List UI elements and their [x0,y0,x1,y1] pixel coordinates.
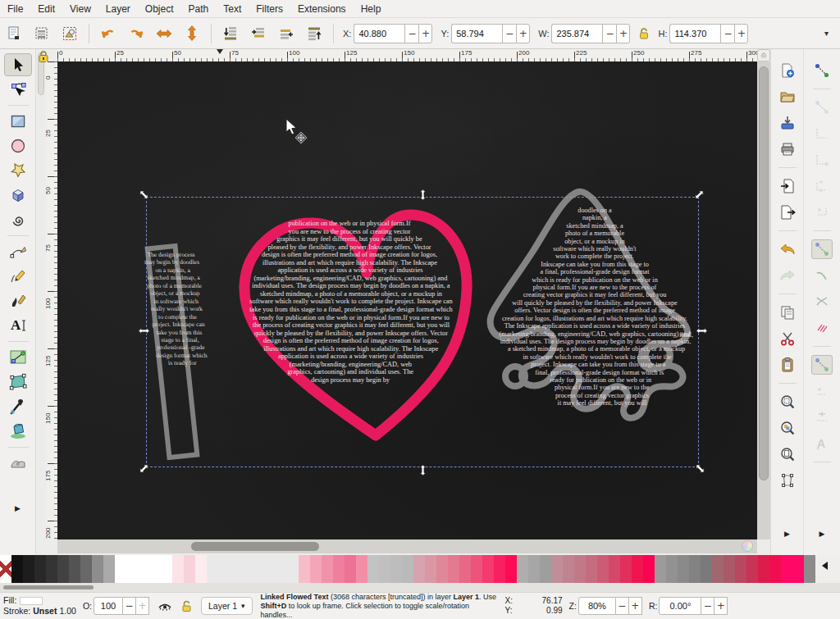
zoom-page-button[interactable] [777,444,798,464]
menu-item[interactable]: Filters [249,1,290,17]
palette-scrollbar-thumb[interactable] [3,585,94,589]
palette-swatch[interactable] [701,555,712,583]
opacity-input[interactable]: 100 [94,597,123,615]
palette-swatch[interactable] [345,555,356,583]
rotate-ccw-button[interactable] [97,22,120,45]
palette-scrollbar[interactable] [0,583,840,592]
palette-swatch[interactable] [632,555,643,583]
spiral-tool[interactable] [4,208,32,231]
snap-bbox-centers-button[interactable] [811,203,833,222]
palette-swatch[interactable] [482,555,494,583]
star-tool[interactable] [4,159,32,182]
palette-swatch[interactable] [138,555,149,583]
fill-stroke-indicator[interactable]: Fill: Stroke: Unset 1.00 [3,595,76,617]
zoom-input[interactable]: 80% [578,597,616,615]
selection-frame-button[interactable] [777,471,798,490]
x-plus-button[interactable]: + [418,24,432,43]
snap-midpoints-button[interactable] [811,407,833,427]
snap-path-intersections-button[interactable] [811,292,833,312]
scale-handle-bottom-left[interactable] [138,462,150,475]
gradient-tool[interactable] [4,346,32,369]
palette-swatch[interactable] [310,555,322,583]
menu-item[interactable]: Layer [98,1,138,17]
more-snap-button[interactable]: ▶ [811,524,833,544]
menu-item[interactable]: Edit [30,1,62,17]
palette-swatch[interactable] [746,555,758,583]
scale-handle-top-right[interactable] [693,189,705,201]
palette-swatch[interactable] [80,555,92,583]
palette-scroll-left-icon[interactable] [822,562,828,570]
palette-swatch[interactable] [643,555,655,583]
opacity-minus-button[interactable]: − [123,597,136,615]
raise-button[interactable] [275,22,298,45]
x-minus-button[interactable]: − [404,24,418,43]
palette-swatch[interactable] [505,555,517,583]
palette-swatch[interactable] [425,555,436,583]
snap-enable-button[interactable] [811,61,833,80]
rotate-cw-button[interactable] [125,22,148,45]
rotation-plus-button[interactable]: + [714,597,728,615]
horizontal-ruler[interactable]: 0255075100125150175200225250275300 [57,49,757,61]
y-input[interactable]: 58.794 [451,24,502,43]
snap-bbox-corners-button[interactable] [811,150,833,170]
h-input[interactable]: 114.370 [669,24,720,43]
print-button[interactable] [777,139,798,159]
scale-handle-top-left[interactable] [138,189,150,201]
palette-swatch[interactable] [551,555,563,583]
palette-swatch[interactable] [769,555,781,583]
ellipse-tool[interactable] [4,134,32,157]
palette-swatch[interactable] [724,555,735,583]
flowed-text-logo[interactable]: doodles on a napkin, a sketched mindmap,… [492,207,697,407]
snap-smooth-nodes-button[interactable] [811,381,833,401]
box-3d-tool[interactable] [4,184,32,207]
w-minus-button[interactable]: − [602,24,616,43]
menu-item[interactable]: Object [138,1,181,17]
w-input[interactable]: 235.874 [551,24,602,43]
palette-swatch[interactable] [758,555,769,583]
layer-visibility-icon[interactable] [158,600,172,612]
menu-item[interactable]: Text [216,1,249,17]
selector-tool[interactable] [4,53,32,76]
palette-swatch[interactable] [781,555,792,583]
deselect-button[interactable] [58,22,81,45]
text-tool[interactable]: A [4,314,32,337]
snap-text-button[interactable]: A [811,434,833,453]
palette-swatch[interactable] [57,555,69,583]
lower-button[interactable] [247,22,270,45]
vertical-ruler[interactable]: 0255075100125150175200 [46,61,57,539]
palette-swatch[interactable] [563,555,574,583]
palette-swatch[interactable] [161,555,172,583]
palette-swatch[interactable] [528,555,540,583]
more-tools-button[interactable]: ▶ [4,497,32,520]
menu-item[interactable]: View [62,1,98,17]
palette-swatch[interactable] [413,555,425,583]
undo-button[interactable] [777,239,798,259]
menu-item[interactable]: Path [181,1,217,17]
snap-cusp-nodes-button[interactable] [811,355,833,375]
palette-swatch[interactable] [402,555,413,583]
palette-swatch[interactable] [23,555,34,583]
paste-button[interactable] [777,355,798,375]
palette-swatch[interactable] [609,555,620,583]
palette-swatch[interactable] [655,555,666,583]
palette-swatch-none[interactable] [0,555,11,583]
zoom-plus-button[interactable]: + [629,597,642,615]
palette-swatch[interactable] [218,555,230,583]
import-button[interactable] [777,176,798,196]
h-minus-button[interactable]: − [720,24,734,43]
menu-item[interactable]: File [0,1,30,17]
palette-swatch[interactable] [540,555,551,583]
flip-horizontal-button[interactable] [153,22,176,45]
palette-swatch[interactable] [356,555,368,583]
palette-swatch[interactable] [597,555,609,583]
palette-swatch[interactable] [735,555,746,583]
palette-swatch[interactable] [264,555,276,583]
palette-swatch[interactable] [322,555,333,583]
flowed-text-heart[interactable]: publication on the web or in physical fo… [248,220,454,439]
palette-swatch[interactable] [494,555,505,583]
palette-swatch[interactable] [241,555,253,583]
horizontal-scrollbar[interactable] [57,539,757,553]
snap-nodes-button[interactable] [811,239,833,259]
vertical-scrollbar[interactable] [757,61,770,539]
palette-swatch[interactable] [678,555,689,583]
